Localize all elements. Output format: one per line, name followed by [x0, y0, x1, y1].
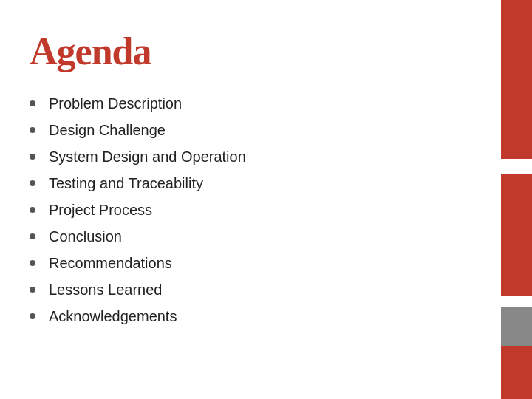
list-item-text: Recommendations	[49, 253, 172, 273]
bullet-dot-icon	[30, 260, 35, 266]
list-item-text: Design Challenge	[49, 120, 166, 140]
panel-white-gap-2	[501, 296, 532, 307]
list-item-text: Conclusion	[49, 227, 122, 246]
panel-white-gap-1	[501, 159, 532, 174]
list-item: Testing and Traceability	[30, 174, 495, 193]
list-item-text: Lessons Learned	[49, 280, 162, 299]
list-item: Problem Description	[30, 94, 495, 113]
list-item: Recommendations	[30, 253, 495, 273]
list-item: Design Challenge	[30, 120, 495, 140]
bullet-dot-icon	[30, 287, 35, 293]
bullet-dot-icon	[30, 154, 35, 160]
bullet-dot-icon	[30, 233, 35, 239]
list-item: Project Process	[30, 200, 495, 219]
panel-red-bottom	[501, 346, 532, 399]
list-item: Lessons Learned	[30, 280, 495, 299]
bullet-dot-icon	[30, 100, 35, 106]
list-item: Acknowledgements	[30, 307, 495, 326]
list-item-text: Project Process	[49, 200, 152, 219]
list-item-text: Acknowledgements	[49, 307, 177, 326]
list-item: System Design and Operation	[30, 147, 495, 166]
slide: Agenda Problem DescriptionDesign Challen…	[0, 0, 532, 399]
side-decoration	[501, 0, 532, 399]
panel-gray-bottom	[501, 307, 532, 346]
agenda-list: Problem DescriptionDesign ChallengeSyste…	[30, 94, 495, 333]
bullet-dot-icon	[30, 180, 35, 186]
list-item-text: System Design and Operation	[49, 147, 246, 166]
list-item-text: Problem Description	[49, 94, 182, 113]
panel-red-top	[501, 0, 532, 159]
panel-red-middle	[501, 174, 532, 296]
bullet-dot-icon	[30, 127, 35, 133]
list-item-text: Testing and Traceability	[49, 174, 203, 193]
bullet-dot-icon	[30, 313, 35, 319]
bullet-dot-icon	[30, 207, 35, 213]
list-item: Conclusion	[30, 227, 495, 246]
slide-title: Agenda	[30, 30, 495, 73]
